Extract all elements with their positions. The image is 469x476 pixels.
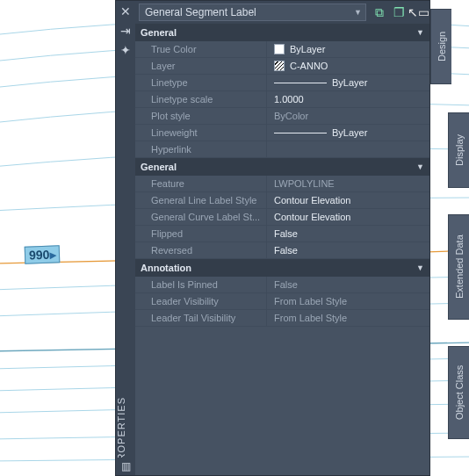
property-label: Flipped [135,226,267,242]
property-value[interactable]: LWPOLYLINE [267,176,429,191]
property-grid: General▼True ColorByLayerLayerC-ANNOLine… [135,24,429,475]
property-label: Leader Tail Visibility [135,310,267,326]
property-value-text: From Label Style [274,313,347,323]
property-value-text: ByLayer [290,44,325,54]
property-value[interactable]: From Label Style [267,293,429,309]
property-label: Plot style [135,108,267,124]
property-row: Plot styleByColor [135,108,429,125]
property-value[interactable]: From Label Style [267,310,429,326]
tab-object-class[interactable]: Object Class [448,346,469,439]
chevron-down-icon: ▼ [416,263,424,272]
property-label: Reversed [135,242,267,258]
section-header[interactable]: General▼ [135,158,429,176]
property-value[interactable]: Contour Elevation [267,209,429,225]
palette-content: General Segment Label ▼ ⧉ ❐ ↖▭ General▼T… [135,1,429,475]
property-label: General Line Label Style [135,192,267,208]
pim-icon[interactable]: ▥ [116,458,135,475]
property-value[interactable]: False [267,242,429,258]
property-label: Layer [135,58,267,74]
property-row: True ColorByLayer [135,41,429,58]
object-type-selector[interactable]: General Segment Label ▼ [139,4,366,21]
property-row: General Curve Label St...Contour Elevati… [135,209,429,226]
tab-design[interactable]: Design [430,9,451,84]
property-value[interactable]: ByColor [267,108,429,124]
tab-display[interactable]: Display [448,112,469,188]
property-row: Hyperlink [135,141,429,158]
property-value-text: From Label Style [274,296,347,307]
property-row: Linetype scale1.0000 [135,91,429,108]
property-label: Feature [135,176,267,191]
quick-select-icon[interactable]: ❐ [391,4,407,20]
property-value[interactable]: Contour Elevation [267,192,429,208]
property-value-text: False [274,279,298,290]
color-swatch-icon [274,44,285,54]
property-label: Lineweight [135,125,267,141]
property-value-text: False [274,245,298,256]
property-value[interactable]: C-ANNO [267,58,429,74]
contour-elevation-label[interactable]: 990▸ [25,245,61,263]
property-row: LineweightByLayer [135,125,429,141]
elevation-value: 990 [29,248,50,263]
select-objects-icon[interactable]: ↖▭ [410,4,426,20]
property-row: ReversedFalse [135,242,429,259]
property-label: General Curve Label St... [135,209,267,225]
arrow-icon: ▸ [49,247,56,261]
chevron-down-icon: ▼ [354,8,362,17]
section-header[interactable]: General▼ [135,24,429,41]
property-row: LayerC-ANNO [135,58,429,75]
property-value-text: ByLayer [332,127,367,138]
tab-extended-data[interactable]: Extended Data [448,214,469,320]
property-value-text: ByColor [274,111,308,121]
toggle-pim-icon[interactable]: ⧉ [372,4,387,20]
section-title: General [141,162,177,172]
property-value[interactable]: ByLayer [267,41,429,57]
property-label: Label Is Pinned [135,277,267,292]
options-icon[interactable]: ✦ [119,43,133,57]
property-value-text: Contour Elevation [274,212,350,222]
section-title: General [141,27,177,38]
property-row: Label Is PinnedFalse [135,277,429,293]
property-row: FlippedFalse [135,226,429,242]
property-value-text: LWPOLYLINE [274,178,335,189]
property-label: Hyperlink [135,141,267,157]
chevron-down-icon: ▼ [416,28,424,37]
property-value-text: False [274,228,298,239]
property-value-text: C-ANNO [290,61,328,71]
property-value-text: ByLayer [332,77,367,88]
property-row: General Line Label StyleContour Elevatio… [135,192,429,209]
property-row: Leader VisibilityFrom Label Style [135,293,429,310]
property-value[interactable]: ByLayer [267,75,429,90]
property-row: FeatureLWPOLYLINE [135,176,429,192]
property-label: True Color [135,41,267,57]
property-row: Leader Tail VisibilityFrom Label Style [135,310,429,327]
chevron-down-icon: ▼ [416,162,424,171]
object-type-label: General Segment Label [145,6,256,18]
property-value[interactable] [267,141,429,157]
section-header[interactable]: Annotation▼ [135,259,429,277]
property-value[interactable]: 1.0000 [267,91,429,107]
property-label: Leader Visibility [135,293,267,309]
layer-swatch-icon [274,61,285,71]
property-value[interactable]: False [267,277,429,292]
section-title: Annotation [141,263,191,273]
line-sample-icon [274,83,327,83]
property-value-text: Contour Elevation [274,195,350,206]
dock-toggle-icon[interactable]: ⇥ [119,24,133,38]
palette-gutter: ✕ ⇥ ✦ PROPERTIES ▥ [116,1,135,475]
property-value[interactable]: ByLayer [267,125,429,141]
palette-header: General Segment Label ▼ ⧉ ❐ ↖▭ [135,1,429,24]
properties-palette: ✕ ⇥ ✦ PROPERTIES ▥ General Segment Label… [115,0,430,476]
property-label: Linetype scale [135,91,267,107]
property-value-text: 1.0000 [274,94,304,105]
property-value[interactable]: False [267,226,429,242]
close-icon[interactable]: ✕ [119,4,133,18]
property-row: LinetypeByLayer [135,75,429,91]
side-tab-strip: Design Display Extended Data Object Clas… [430,0,469,476]
property-label: Linetype [135,75,267,90]
line-sample-icon [274,133,327,133]
